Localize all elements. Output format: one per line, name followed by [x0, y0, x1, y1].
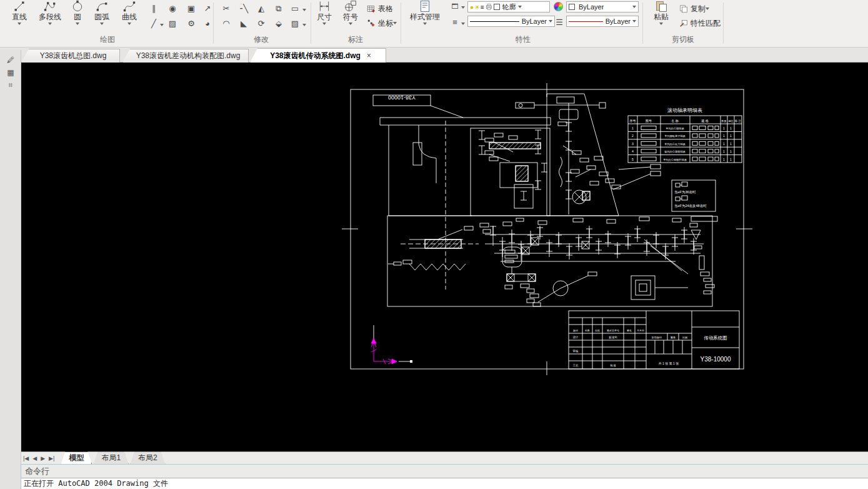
line-button[interactable]: 直线 [6, 0, 32, 33]
copy-button[interactable]: 复制 [679, 3, 709, 14]
hatch-edit-icon[interactable]: ▨ [289, 18, 301, 30]
doc-tab-1[interactable]: Y38滚齿机总图.dwg [21, 49, 120, 63]
hatch-tool-icon[interactable]: ▦ [4, 66, 17, 78]
chevron-down-icon [659, 23, 663, 27]
doc-tab-1-label: Y38滚齿机总图.dwg [40, 51, 107, 61]
svg-text:1: 1 [723, 134, 725, 138]
chevron-down-icon[interactable] [302, 9, 306, 13]
bearing-row: 4 双列向心球面轴承 1 1 [632, 149, 732, 154]
linetype-combo[interactable]: ByLayer [566, 16, 639, 27]
polyline-button[interactable]: 多段线 [34, 0, 66, 33]
overlap-icon[interactable]: ⧉ [272, 3, 285, 15]
bearing-row: 2 单列圆锥滚子轴承 1 1 [632, 134, 732, 138]
paste-icon [653, 0, 669, 13]
match-properties-label: 特性匹配 [691, 18, 721, 29]
cad-drawing: Y38-10000 [21, 63, 868, 451]
xline-icon[interactable]: ╱ [147, 18, 160, 30]
coordinate-button[interactable]: 坐标 [366, 18, 397, 29]
doc-tab-2[interactable]: Y38滚齿机差动机构装配图.dwg [122, 49, 249, 63]
chevron-down-icon [127, 23, 131, 27]
region-icon[interactable]: ◉ [166, 3, 179, 15]
bearing-table-title: 滚动轴承明细表 [667, 108, 702, 113]
color-combo[interactable]: ByLayer [566, 1, 639, 13]
table-button[interactable]: 表格 [366, 3, 393, 14]
tb-col: 标记 [573, 329, 578, 333]
match-properties-icon [679, 19, 689, 28]
col-header: 规 格 [701, 119, 708, 123]
ucs-icon [371, 325, 412, 364]
svg-text:1: 1 [730, 134, 732, 138]
tab-layout1[interactable]: 布局1 [93, 451, 129, 465]
style-manager-button[interactable]: 样式管理 [404, 0, 446, 33]
command-panel-grip[interactable] [0, 464, 21, 489]
last-tab-icon[interactable]: ▶| [49, 455, 54, 461]
fillet-icon[interactable]: ◠ [220, 18, 232, 30]
spline-button[interactable]: 曲线 [116, 0, 142, 33]
col-header: 数量 [722, 119, 727, 123]
tab-model[interactable]: 模型 [61, 451, 92, 465]
mirror-icon[interactable]: ◭ [255, 3, 267, 15]
tab-layout2[interactable]: 布局2 [130, 451, 166, 465]
move-icon[interactable]: ⁃╲ [237, 3, 250, 15]
match-properties-button[interactable]: 特性匹配 [679, 18, 721, 29]
prev-tab-icon[interactable]: ◀ [32, 455, 37, 461]
arc-button[interactable]: 圆弧 [89, 0, 115, 33]
tb-scale: 比例 [682, 336, 687, 340]
part-labels [485, 122, 661, 189]
copy-label: 复制 [691, 4, 706, 14]
array-icon[interactable]: ▭ [289, 3, 301, 15]
chevron-down-icon[interactable] [160, 24, 164, 28]
modify-panel-label: 修改 [236, 34, 286, 45]
bulb-icon: ● [470, 4, 474, 11]
clipboard-panel-label: 剪切板 [658, 34, 708, 45]
rotate-icon[interactable]: ⟳ [255, 18, 267, 30]
color-wheel-icon[interactable] [554, 2, 563, 11]
symbol-label: 符号 [343, 13, 358, 21]
svg-text:1: 1 [723, 126, 725, 130]
doc-tab-3-active[interactable]: Y38滚齿机传动系统图.dwg × [250, 48, 386, 63]
dimension-button[interactable]: 尺寸 [312, 0, 336, 33]
note-line-2: 当eF为24齿及48齿时 [674, 204, 707, 208]
chamfer-icon[interactable]: ◣ [237, 18, 250, 30]
lineweight-preview [470, 21, 519, 22]
symbol-button[interactable]: 符号 [339, 0, 362, 33]
lineweight-combo[interactable]: ByLayer [467, 16, 555, 27]
linetype-list-icon[interactable]: ☰ [552, 16, 565, 29]
drawing-canvas[interactable]: Y38-10000 [21, 63, 868, 451]
wipeout-icon[interactable]: ◕ [201, 18, 214, 30]
svg-text:1: 1 [730, 158, 732, 161]
annotate-tool-icon[interactable]: 🖉 [4, 54, 17, 65]
lineweight-icon[interactable]: ≡ [449, 16, 461, 29]
close-icon[interactable]: × [367, 51, 371, 60]
color-value: ByLayer [579, 3, 604, 11]
offset-icon[interactable]: ∥ [147, 3, 160, 15]
draw-panel-label: 绘图 [82, 34, 132, 45]
chevron-down-icon [632, 20, 636, 24]
circle-button[interactable]: 圆 [67, 0, 87, 33]
paste-button[interactable]: 粘贴 [647, 0, 675, 33]
gear-tool-icon[interactable]: ⚙ [185, 18, 197, 30]
first-tab-icon[interactable]: |◀ [23, 455, 29, 461]
command-input[interactable]: 正在打开 AutoCAD 2004 Drawing 文件 [21, 478, 868, 489]
chevron-down-icon [349, 23, 352, 27]
chevron-down-icon[interactable] [461, 6, 465, 11]
chevron-down-icon [17, 23, 21, 27]
chevron-down-icon[interactable] [302, 24, 306, 28]
layer-states-icon[interactable]: 🗔 [449, 0, 461, 13]
polyline-label: 多段线 [39, 13, 61, 21]
next-tab-icon[interactable]: ▶ [41, 455, 45, 461]
point-icon[interactable]: ↗ [201, 3, 214, 15]
layer-combo[interactable]: ● ☀ ≡ 轮廓 [467, 1, 550, 13]
note-line-1: 当eF为36齿时 [674, 190, 696, 194]
panel-separator [401, 3, 401, 44]
grid-tool-icon[interactable]: ⌗ [4, 79, 17, 90]
erase-icon[interactable]: ✂ [220, 3, 232, 15]
mirror3d-icon[interactable]: ⬙ [272, 18, 285, 30]
tb-sheet-info: 共 1 张 第 1 张 [659, 361, 679, 366]
svg-text:2: 2 [632, 134, 634, 138]
boundary-icon[interactable]: ▣ [185, 3, 197, 15]
chevron-down-icon[interactable] [461, 23, 465, 27]
hatch-icon[interactable]: ▨ [166, 18, 179, 30]
svg-text:单列圆锥滚子轴承: 单列圆锥滚子轴承 [664, 134, 686, 138]
docked-toolbar: 🖉 ▦ ⌗ [0, 50, 21, 489]
